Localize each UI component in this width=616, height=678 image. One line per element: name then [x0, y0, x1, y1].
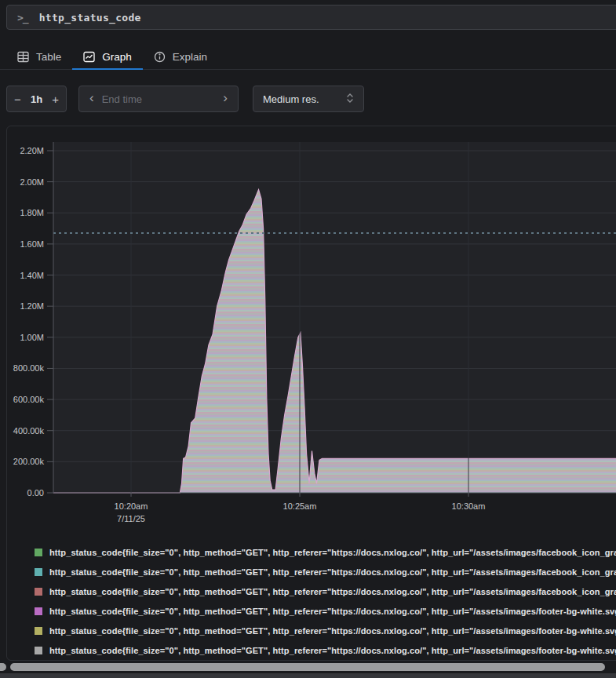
svg-text:400.00k: 400.00k: [13, 426, 45, 436]
svg-text:2.20M: 2.20M: [20, 146, 44, 155]
legend-series-label: http_status_code{file_size="0", http_met…: [49, 646, 616, 655]
svg-text:600.00k: 600.00k: [13, 395, 45, 404]
end-time-selector: ‹ ›: [78, 86, 239, 112]
tab-explain[interactable]: Explain: [143, 44, 218, 69]
svg-text:200.00k: 200.00k: [13, 457, 45, 466]
query-expression-bar[interactable]: >_ http_status_code: [6, 5, 616, 30]
legend-item[interactable]: http_status_code{file_size="0", http_met…: [35, 562, 616, 581]
end-time-input[interactable]: [96, 93, 222, 105]
svg-text:2.00M: 2.00M: [20, 177, 44, 187]
legend-series-label: http_status_code{file_size="0", http_met…: [49, 587, 616, 596]
scrollbar-thumb[interactable]: [10, 663, 605, 671]
tab-graph-label: Graph: [102, 51, 132, 63]
bottom-edge-strip: [0, 673, 616, 678]
legend-series-label: http_status_code{file_size="0", http_met…: [49, 567, 616, 577]
tab-table[interactable]: Table: [6, 44, 72, 69]
svg-text:1.40M: 1.40M: [20, 271, 44, 280]
legend-series-label: http_status_code{file_size="0", http_met…: [49, 607, 616, 616]
legend-item[interactable]: http_status_code{file_size="0", http_met…: [35, 601, 616, 621]
svg-text:1.20M: 1.20M: [20, 301, 44, 311]
legend-series-label: http_status_code{file_size="0", http_met…: [49, 548, 616, 557]
tab-explain-label: Explain: [173, 51, 207, 63]
svg-text:800.00k: 800.00k: [13, 363, 45, 373]
legend-item[interactable]: http_status_code{file_size="0", http_met…: [35, 581, 616, 601]
tab-graph[interactable]: Graph: [72, 44, 143, 69]
range-increase-button[interactable]: +: [52, 93, 59, 105]
series-legend: http_status_code{file_size="0", http_met…: [35, 542, 616, 660]
time-forward-button[interactable]: ›: [221, 91, 229, 107]
resolution-value: Medium res.: [263, 93, 319, 105]
svg-text:10:25am: 10:25am: [283, 501, 317, 511]
legend-item[interactable]: http_status_code{file_size="0", http_met…: [35, 621, 616, 640]
info-icon: [154, 51, 166, 63]
graph-icon: [83, 51, 95, 63]
svg-text:1.60M: 1.60M: [20, 239, 44, 249]
result-tabs: Table Graph Explain: [0, 44, 616, 70]
range-value[interactable]: 1h: [31, 93, 42, 105]
legend-swatch-icon: [35, 568, 42, 576]
legend-swatch-icon: [35, 647, 42, 654]
svg-text:7/11/25: 7/11/25: [117, 514, 145, 523]
range-selector: − 1h +: [6, 86, 67, 112]
range-decrease-button[interactable]: −: [14, 93, 21, 105]
tab-table-label: Table: [36, 51, 61, 63]
legend-swatch-icon: [35, 588, 42, 596]
svg-text:10:20am: 10:20am: [115, 501, 148, 511]
graph-canvas[interactable]: 2.20M2.00M1.80M1.60M1.40M1.20M1.00M800.0…: [7, 126, 616, 525]
svg-text:1.00M: 1.00M: [20, 333, 44, 342]
terminal-prompt-icon: >_: [17, 12, 28, 24]
time-back-button[interactable]: ‹: [88, 91, 96, 107]
graph-panel: 2.20M2.00M1.80M1.60M1.40M1.20M1.00M800.0…: [6, 126, 616, 661]
svg-text:1.80M: 1.80M: [20, 208, 44, 217]
query-expression-text[interactable]: http_status_code: [39, 12, 141, 24]
svg-text:0.00: 0.00: [27, 488, 44, 498]
legend-swatch-icon: [35, 549, 42, 556]
table-icon: [17, 51, 29, 63]
horizontal-scrollbar: [0, 662, 616, 672]
legend-swatch-icon: [35, 607, 42, 615]
legend-item[interactable]: http_status_code{file_size="0", http_met…: [35, 542, 616, 562]
legend-series-label: http_status_code{file_size="0", http_met…: [49, 626, 616, 636]
select-chevrons-icon: [346, 93, 354, 106]
legend-item[interactable]: http_status_code{file_size="0", http_met…: [35, 640, 616, 660]
scrollbar-left-stub[interactable]: [0, 663, 6, 671]
resolution-select[interactable]: Medium res.: [253, 86, 364, 112]
svg-text:10:30am: 10:30am: [452, 501, 486, 511]
graph-controls: − 1h + ‹ › Medium res.: [6, 86, 364, 112]
legend-swatch-icon: [35, 627, 42, 635]
